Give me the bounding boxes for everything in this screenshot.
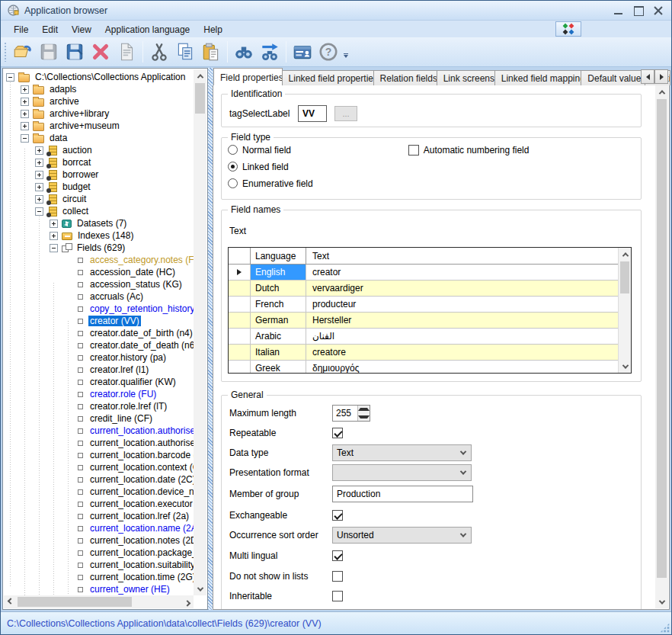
collapse-icon[interactable] xyxy=(35,207,43,216)
record-properties-button[interactable] xyxy=(290,40,315,64)
tree-item[interactable]: current_location.notes (2D) xyxy=(3,534,194,547)
tree-item[interactable]: current_location.date (2C) xyxy=(3,473,194,486)
tree-item[interactable]: creator.role (FU) xyxy=(3,388,194,400)
grid-vertical-scrollbar[interactable] xyxy=(618,248,631,373)
menu-file[interactable]: File xyxy=(7,22,35,37)
radio-icon[interactable] xyxy=(228,145,238,155)
tree-item[interactable]: creator.history (pa) xyxy=(3,351,194,364)
menu-help[interactable]: Help xyxy=(197,22,229,37)
tree-item-label[interactable]: collect xyxy=(61,206,90,216)
grid-row[interactable]: Italiancreatore xyxy=(229,345,618,361)
collapse-icon[interactable] xyxy=(50,244,58,252)
spinner-up-button[interactable] xyxy=(358,406,370,413)
cut-button[interactable] xyxy=(146,40,172,64)
multi-lingual-checkbox[interactable] xyxy=(332,550,343,561)
tree-item-label[interactable]: credit_line (CF) xyxy=(88,413,154,424)
grid-scroll-down-button[interactable] xyxy=(619,360,632,373)
spinner-down-button[interactable] xyxy=(358,413,370,421)
tree-item[interactable]: current_location.authoriser xyxy=(3,425,194,437)
grid-row[interactable]: GermanHersteller xyxy=(229,313,618,329)
do-not-show-in-lists-checkbox[interactable] xyxy=(332,571,343,582)
tree-item-label[interactable]: borrower xyxy=(61,169,100,180)
tree-item-label[interactable]: circuit xyxy=(61,194,88,204)
tree-item[interactable]: current_location.time (2G) xyxy=(3,571,194,583)
tree-item-label[interactable]: creator.date_of_birth (n4) xyxy=(88,328,194,338)
auto-numbering-checkbox-row[interactable]: Automatic numbering field xyxy=(408,144,530,156)
language-cell[interactable]: Greek xyxy=(251,361,306,373)
save-as-button[interactable] xyxy=(62,40,88,64)
tree-item-label[interactable]: borrcat xyxy=(61,157,92,168)
page-vertical-scrollbar[interactable] xyxy=(655,85,668,608)
tree-item-label[interactable]: creator.role.lref (lT) xyxy=(88,401,168,412)
tree-item-label[interactable]: archive+library xyxy=(48,108,110,119)
tree-item[interactable]: creator.qualifier (KW) xyxy=(3,376,194,388)
tab-relation-fields[interactable]: Relation fields xyxy=(373,70,437,85)
toolbar-grip[interactable] xyxy=(4,42,7,62)
grid-row[interactable]: Englishcreator xyxy=(229,265,618,281)
text-cell[interactable]: creatore xyxy=(306,345,618,360)
grid-row[interactable]: Greekδημιουργός xyxy=(229,361,618,373)
expand-icon[interactable] xyxy=(35,183,43,191)
tree-scroll-right-button[interactable] xyxy=(181,595,194,608)
tree-item-label[interactable]: creator.role (FU) xyxy=(88,389,158,399)
language-cell[interactable]: German xyxy=(251,313,306,328)
tree-item-label[interactable]: Indexes (148) xyxy=(76,230,135,241)
expand-icon[interactable] xyxy=(21,85,29,94)
tree-item[interactable]: archive xyxy=(3,95,194,107)
tree-item-label[interactable]: creator.date_of_death (n6) xyxy=(88,340,194,351)
language-cell[interactable]: Italian xyxy=(251,345,306,360)
tree-item[interactable]: copy_to_retention_history ( xyxy=(3,303,194,315)
tree-item[interactable]: creator.lref (l1) xyxy=(3,364,194,376)
tree-item[interactable]: accession_status (KG) xyxy=(3,278,194,290)
expand-icon[interactable] xyxy=(35,171,43,179)
tree-item[interactable]: current_location.suitability ( xyxy=(3,559,194,571)
tree-item-label[interactable]: creator (VV) xyxy=(88,316,141,326)
tab-linked-field-properties[interactable]: Linked field properties xyxy=(282,70,374,85)
tree-horizontal-scrollbar[interactable] xyxy=(4,595,194,608)
menu-edit[interactable]: Edit xyxy=(35,22,65,37)
expand-icon[interactable] xyxy=(35,159,43,167)
text-cell[interactable]: Hersteller xyxy=(306,313,618,328)
radio-normal-field[interactable]: Normal field xyxy=(228,144,313,156)
maximum-length-spinner[interactable]: 255 xyxy=(332,405,370,422)
delete-button[interactable] xyxy=(88,40,114,64)
tree-item-label[interactable]: accession_date (HC) xyxy=(88,267,177,277)
collapse-icon[interactable] xyxy=(6,73,14,82)
radio-icon[interactable] xyxy=(228,162,238,172)
inheritable-checkbox[interactable] xyxy=(332,591,343,601)
tree-item[interactable]: accruals (Ac) xyxy=(3,290,194,303)
tree-item[interactable]: creator (VV) xyxy=(3,315,194,327)
menu-application-language[interactable]: Application language xyxy=(98,22,197,37)
tree-item[interactable]: current_location.context (C xyxy=(3,461,194,473)
page-scroll-up-button[interactable] xyxy=(655,85,668,98)
tree-item-label[interactable]: accession_status (KG) xyxy=(88,279,184,290)
menu-view[interactable]: View xyxy=(65,22,98,37)
tree-item[interactable]: C:\Collections\Collections Application xyxy=(3,71,194,83)
repeatable-checkbox[interactable] xyxy=(332,428,343,438)
tree-item-label[interactable]: data xyxy=(48,133,69,143)
column-header-text[interactable]: Text xyxy=(306,248,618,264)
collapse-icon[interactable] xyxy=(21,134,29,143)
exchangeable-checkbox[interactable] xyxy=(332,510,343,521)
expand-icon[interactable] xyxy=(50,232,58,240)
tree-item-label[interactable]: current_location.barcode (2 xyxy=(88,450,194,460)
radio-icon[interactable] xyxy=(228,178,238,188)
tree-item[interactable]: collect xyxy=(3,205,194,217)
language-cell[interactable]: English xyxy=(251,265,306,280)
tab-default-values[interactable]: Default values xyxy=(581,70,645,85)
tree-item[interactable]: accession_date (HC) xyxy=(3,266,194,278)
expand-icon[interactable] xyxy=(21,110,29,118)
maximum-length-value[interactable]: 255 xyxy=(333,406,357,421)
page-scroll-down-button[interactable] xyxy=(655,595,668,608)
tree-item-label[interactable]: auction xyxy=(61,145,94,156)
page-scroll-thumb[interactable] xyxy=(657,99,667,578)
save-button[interactable] xyxy=(36,40,62,64)
tab-link-screens[interactable]: Link screens xyxy=(437,70,495,85)
tree-item-label[interactable]: current_location.name (2A) xyxy=(88,523,194,534)
tree-item[interactable]: credit_line (CF) xyxy=(3,412,194,425)
tree-item[interactable]: current_location.lref (2a) xyxy=(3,510,194,522)
copy-button[interactable] xyxy=(172,40,198,64)
new-document-button[interactable] xyxy=(114,40,139,64)
grid-row[interactable]: Dutchvervaardiger xyxy=(229,281,618,297)
help-button[interactable]: ? xyxy=(315,40,341,64)
